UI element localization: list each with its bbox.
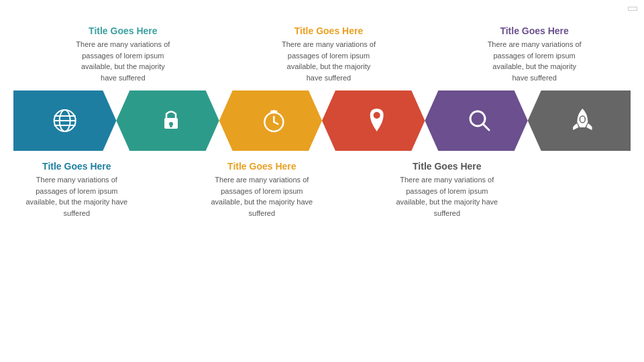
- bottom-labels: Title Goes Here There many variations of…: [20, 161, 624, 219]
- bottom-label-4: Title Goes Here There are many variation…: [390, 161, 504, 219]
- bottom-title-2: Title Goes Here: [209, 161, 315, 172]
- top-text-5: There are many variations of passages of…: [486, 39, 582, 83]
- bottom-text-0: There many variations of passages of lor…: [23, 174, 130, 219]
- chevron-svg: [13, 88, 631, 153]
- top-label-1: Title Goes Here There are many variation…: [72, 25, 174, 83]
- page-number: [628, 7, 637, 11]
- top-title-1: Title Goes Here: [75, 25, 171, 36]
- bottom-label-2: Title Goes Here There are many variation…: [205, 161, 319, 219]
- bottom-title-4: Title Goes Here: [394, 161, 500, 172]
- top-title-5: Title Goes Here: [486, 25, 582, 36]
- svg-rect-7: [170, 124, 172, 127]
- bottom-label-0: Title Goes Here There many variations of…: [20, 161, 133, 219]
- bottom-title-0: Title Goes Here: [23, 161, 130, 172]
- top-labels: Title Goes Here There are many variation…: [20, 25, 624, 83]
- bottom-text-2: There are many variations of passages of…: [209, 174, 315, 219]
- top-text-1: There are many variations of passages of…: [75, 39, 171, 83]
- bottom-text-4: There are many variations of passages of…: [394, 174, 500, 219]
- top-label-5: Title Goes Here There are many variation…: [483, 25, 586, 83]
- top-label-3: Title Goes Here There are many variation…: [277, 25, 380, 83]
- top-text-3: There are many variations of passages of…: [280, 39, 376, 83]
- chevron-row: [13, 88, 631, 156]
- header: [0, 0, 644, 19]
- top-title-3: Title Goes Here: [280, 25, 376, 36]
- svg-point-13: [374, 112, 380, 119]
